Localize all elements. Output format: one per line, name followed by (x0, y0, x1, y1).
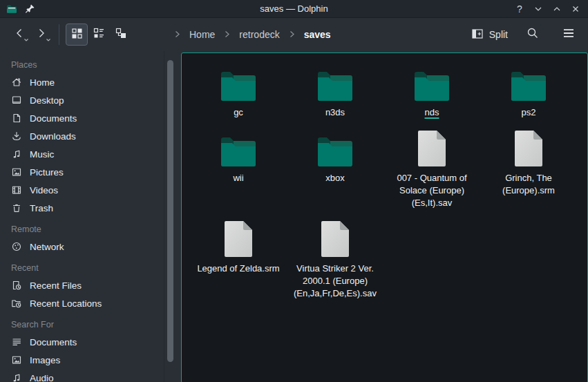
hamburger-icon (562, 26, 576, 43)
section-header-search-for: Search For (0, 316, 164, 333)
text-lines-icon (11, 336, 22, 347)
split-label: Split (489, 29, 508, 40)
folder-item-xbox[interactable]: xbox (287, 128, 383, 184)
sidebar-item-downloads[interactable]: Downloads (0, 127, 164, 145)
folder-icon (220, 63, 257, 102)
window-title: saves — Dolphin (0, 3, 588, 14)
chevron-right-icon (173, 29, 181, 40)
sidebar-item-documents[interactable]: Documents (0, 109, 164, 127)
home-icon (11, 77, 22, 88)
icons-view-icon (70, 27, 83, 42)
places-list: PlacesHomeDesktopDocumentsDownloadsMusic… (0, 51, 164, 382)
folder-item-wii[interactable]: wii (190, 128, 287, 184)
music-icon (11, 149, 22, 160)
app-folder-icon[interactable] (6, 3, 18, 15)
search-icon (526, 26, 540, 43)
folder-icon (316, 63, 354, 102)
split-button[interactable]: Split (471, 28, 508, 42)
places-scrollbar-thumb[interactable] (167, 60, 173, 362)
sidebar-item-audio[interactable]: Audio (0, 369, 164, 382)
file-icon (417, 128, 446, 167)
folder-item-nds[interactable]: nds (383, 63, 480, 119)
chevron-right-icon (223, 29, 231, 40)
item-label: gc (234, 106, 243, 119)
breadcrumb: Homeretrodecksaves (173, 29, 331, 40)
item-label: xbox (325, 172, 344, 184)
chevron-right-icon (288, 29, 296, 40)
folder-icon (316, 128, 354, 167)
image-icon (11, 354, 22, 365)
section-header-recent: Recent (0, 260, 164, 276)
item-label: ps2 (522, 106, 536, 119)
file-item-legend-of-zelda-srm[interactable]: Legend of Zelda.srm (190, 219, 287, 275)
sidebar-item-trash[interactable]: Trash (0, 199, 164, 217)
view-mode-icons-button[interactable] (66, 23, 88, 46)
folder-item-ps2[interactable]: ps2 (480, 63, 577, 119)
pin-icon[interactable] (23, 3, 36, 15)
help-button[interactable]: ? (513, 2, 527, 16)
file-icon (514, 128, 543, 167)
trash-icon (11, 202, 22, 213)
titlebar: saves — Dolphin ? (0, 0, 588, 18)
item-label: 007 - Quantum of Solace (Europe) (Es,It)… (390, 172, 474, 209)
section-header-remote: Remote (0, 221, 164, 238)
file-icon (321, 219, 350, 258)
sidebar-item-network[interactable]: Network (0, 238, 164, 256)
sidebar-item-videos[interactable]: Videos (0, 181, 164, 199)
toolbar-separator (59, 24, 59, 45)
folder-icon (413, 63, 451, 102)
desktop-icon (11, 95, 22, 106)
sidebar-item-label: Music (30, 149, 54, 160)
sidebar-item-label: Recent Locations (30, 298, 102, 309)
search-button[interactable] (522, 23, 544, 46)
file-item-virtua-striker-2-ver-2000-1-europe-en-ja-fr-de-es-sav[interactable]: Virtua Striker 2 Ver. 2000.1 (Europe) (E… (287, 219, 383, 300)
breadcrumb-item-retrodeck[interactable]: retrodeck (239, 29, 279, 40)
dropdown-chevron-icon (46, 32, 51, 45)
sidebar-item-label: Documents (30, 113, 77, 124)
file-icon (224, 219, 253, 258)
view-mode-details-button[interactable] (110, 23, 132, 46)
sidebar-item-images[interactable]: Images (0, 351, 164, 369)
sidebar-item-label: Trash (30, 203, 53, 213)
folder-item-gc[interactable]: gc (190, 63, 287, 119)
item-label: wii (233, 172, 243, 184)
item-label: Virtua Striker 2 Ver. 2000.1 (Europe) (E… (293, 262, 377, 300)
item-label: Legend of Zelda.srm (197, 262, 279, 275)
sidebar-item-home[interactable]: Home (0, 73, 164, 91)
close-button[interactable] (569, 2, 582, 16)
file-grid: gc n3ds nds ps2 wii xbox 007 - Quantum o… (182, 53, 587, 300)
breadcrumb-item-home[interactable]: Home (189, 29, 215, 40)
maximize-button[interactable] (550, 2, 564, 16)
toolbar: Homeretrodecksaves Split (0, 18, 588, 51)
minimize-button[interactable] (531, 2, 545, 16)
video-icon (11, 184, 22, 195)
file-item-grinch-the-europe-srm[interactable]: Grinch, The (Europe).srm (480, 128, 577, 197)
item-label: Grinch, The (Europe).srm (486, 172, 571, 197)
split-view-icon (471, 28, 484, 42)
sidebar-item-label: Images (30, 355, 60, 365)
sidebar-item-recent-files[interactable]: Recent Files (0, 276, 164, 294)
sidebar-item-label: Desktop (30, 95, 64, 106)
folder-icon (510, 63, 547, 102)
sidebar-item-label: Pictures (30, 167, 64, 178)
view-mode-compact-button[interactable] (88, 23, 110, 46)
menu-button[interactable] (558, 23, 580, 46)
sidebar-item-documents[interactable]: Documents (0, 333, 164, 351)
sidebar-item-label: Documents (30, 337, 77, 347)
forward-button[interactable] (30, 23, 53, 46)
sidebar-item-label: Downloads (30, 131, 76, 142)
folder-item-n3ds[interactable]: n3ds (287, 63, 383, 119)
item-label: nds (425, 106, 439, 119)
sidebar-item-recent-locations[interactable]: Recent Locations (0, 294, 164, 312)
sidebar-item-music[interactable]: Music (0, 145, 164, 163)
item-label: n3ds (325, 106, 345, 119)
breadcrumb-item-saves[interactable]: saves (304, 29, 331, 40)
sidebar-item-pictures[interactable]: Pictures (0, 163, 164, 181)
document-icon (11, 113, 22, 124)
file-item-007-quantum-of-solace-europe-es-it-sav[interactable]: 007 - Quantum of Solace (Europe) (Es,It)… (383, 128, 480, 209)
back-button[interactable] (8, 23, 30, 46)
sidebar-item-label: Videos (30, 185, 58, 195)
section-header-places: Places (0, 57, 164, 73)
sidebar-item-desktop[interactable]: Desktop (0, 91, 164, 109)
recent-folder-icon (11, 298, 22, 309)
